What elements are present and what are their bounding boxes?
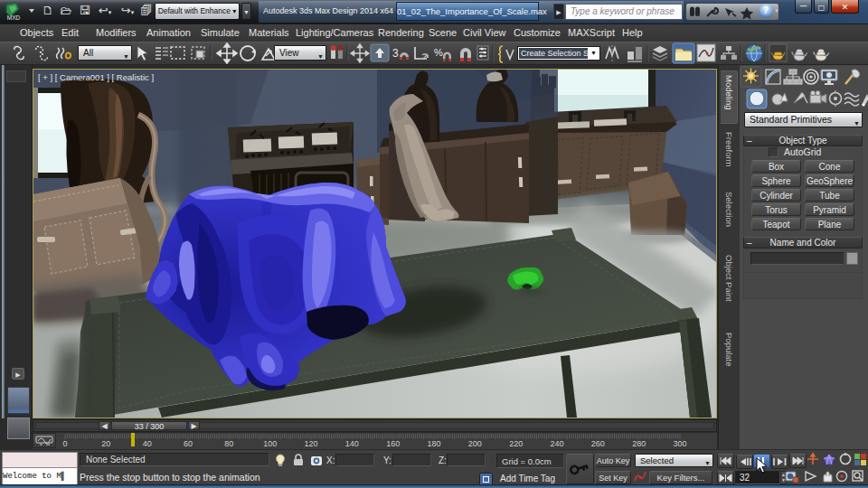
svg-text:240: 240 (550, 439, 563, 448)
svg-text:200: 200 (468, 439, 482, 448)
svg-text:180: 180 (427, 439, 440, 448)
svg-text:%: % (434, 47, 443, 58)
svg-text:300: 300 (673, 439, 686, 448)
svg-text:0: 0 (62, 439, 67, 448)
svg-text:20: 20 (101, 439, 110, 448)
svg-text:MXD: MXD (7, 14, 21, 21)
svg-text:[ + ] [ Camera001 ] [ Realisti: [ + ] [ Camera001 ] [ Realistic ] (38, 72, 154, 82)
svg-text:3: 3 (392, 47, 399, 60)
svg-text:40: 40 (143, 439, 152, 448)
svg-text:280: 280 (632, 439, 646, 448)
svg-text:80: 80 (224, 439, 233, 448)
svg-text:140: 140 (345, 439, 359, 448)
svg-text:260: 260 (591, 439, 605, 448)
svg-text:120: 120 (304, 439, 317, 448)
svg-text:220: 220 (509, 439, 523, 448)
svg-text:160: 160 (386, 439, 400, 448)
svg-text:100: 100 (263, 439, 277, 448)
svg-text:60: 60 (184, 439, 193, 448)
